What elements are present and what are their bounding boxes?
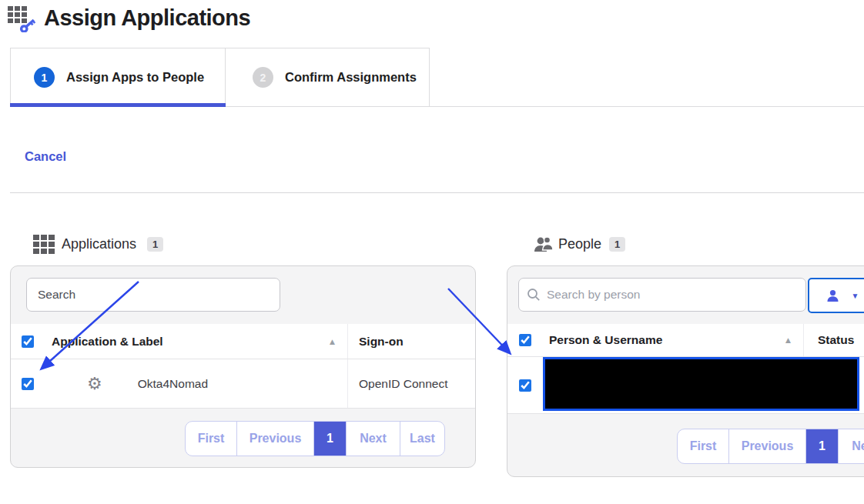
people-table: Person & Username ▲ Status (507, 324, 864, 414)
sort-asc-icon[interactable]: ▲ (785, 336, 803, 344)
pager-first-button[interactable]: First (678, 429, 728, 463)
assign-applications-icon (8, 5, 37, 31)
applications-search-input[interactable] (26, 278, 280, 312)
page-title: Assign Applications (44, 5, 250, 31)
column-person-username[interactable]: Person & Username (549, 333, 662, 347)
people-icon (533, 235, 554, 254)
wizard-tabs: 1 Assign Apps to People 2 Confirm Assign… (10, 48, 864, 107)
applications-panel-header: Applications 1 (10, 223, 476, 265)
people-pager: First Previous 1 Next Last (677, 429, 864, 464)
people-search-input[interactable] (518, 278, 806, 312)
search-icon (527, 288, 541, 302)
applications-search-area (11, 266, 475, 324)
people-section: People 1 ▼ (507, 223, 864, 477)
people-count-badge: 1 (609, 237, 625, 252)
people-filter-dropdown-button[interactable]: ▼ (808, 278, 864, 313)
applications-pager: First Previous 1 Next Last (185, 421, 445, 456)
applications-grid-icon (33, 235, 55, 254)
sort-asc-icon[interactable]: ▲ (330, 338, 347, 345)
pager-first-button[interactable]: First (186, 422, 236, 456)
application-row[interactable]: ⚙ Okta4Nomad OpenID Connect (11, 359, 475, 409)
column-application-label[interactable]: Application & Label (52, 335, 163, 349)
applications-table-header: Application & Label ▲ Sign-on (11, 324, 475, 359)
pager-next-button[interactable]: Next (838, 429, 864, 463)
application-row-checkbox[interactable] (22, 378, 34, 390)
tab-assign-apps-to-people[interactable]: 1 Assign Apps to People (10, 48, 226, 106)
applications-table: Application & Label ▲ Sign-on ⚙ Okta4Nom… (11, 324, 475, 409)
pager-previous-button[interactable]: Previous (236, 422, 313, 456)
applications-section: Applications 1 Application & Label ▲ Sig… (10, 223, 476, 468)
tab-label: Assign Apps to People (66, 70, 204, 85)
people-table-header: Person & Username ▲ Status (507, 324, 864, 357)
application-name: Okta4Nomad (138, 377, 208, 391)
column-sign-on[interactable]: Sign-on (347, 324, 475, 359)
pager-page-1-button[interactable]: 1 (313, 422, 346, 456)
person-row-checkbox[interactable] (519, 379, 531, 392)
pager-next-button[interactable]: Next (346, 422, 400, 456)
pager-last-button[interactable]: Last (400, 422, 444, 456)
applications-count-badge: 1 (147, 237, 163, 252)
page-header: Assign Applications (8, 5, 250, 31)
pager-page-1-button[interactable]: 1 (805, 429, 838, 463)
pager-previous-button[interactable]: Previous (728, 429, 805, 463)
column-status[interactable]: Status (803, 324, 864, 356)
person-row[interactable] (507, 357, 864, 414)
caret-down-icon: ▼ (852, 292, 859, 300)
step-1-badge: 1 (34, 67, 55, 88)
person-icon (826, 289, 839, 302)
applications-title: Applications (62, 236, 136, 252)
tab-label: Confirm Assignments (285, 70, 417, 85)
applications-pagination-area: First Previous 1 Next Last (11, 409, 475, 468)
applications-panel: Application & Label ▲ Sign-on ⚙ Okta4Nom… (10, 265, 476, 468)
redacted-person-info (543, 357, 859, 411)
gear-icon: ⚙ (87, 375, 102, 392)
section-divider (10, 192, 864, 193)
people-pagination-area: First Previous 1 Next Last (507, 414, 864, 477)
tab-confirm-assignments[interactable]: 2 Confirm Assignments (226, 48, 430, 106)
people-panel: ▼ Person & Username ▲ Status (507, 265, 864, 477)
key-icon (18, 18, 39, 32)
people-search-area: ▼ (507, 266, 864, 324)
cancel-link[interactable]: Cancel (25, 149, 66, 164)
application-sign-on: OpenID Connect (347, 359, 475, 408)
step-2-badge: 2 (253, 67, 273, 88)
applications-select-all-checkbox[interactable] (22, 335, 34, 348)
people-select-all-checkbox[interactable] (519, 334, 531, 346)
people-title: People (558, 236, 601, 252)
people-panel-header: People 1 (507, 223, 864, 265)
